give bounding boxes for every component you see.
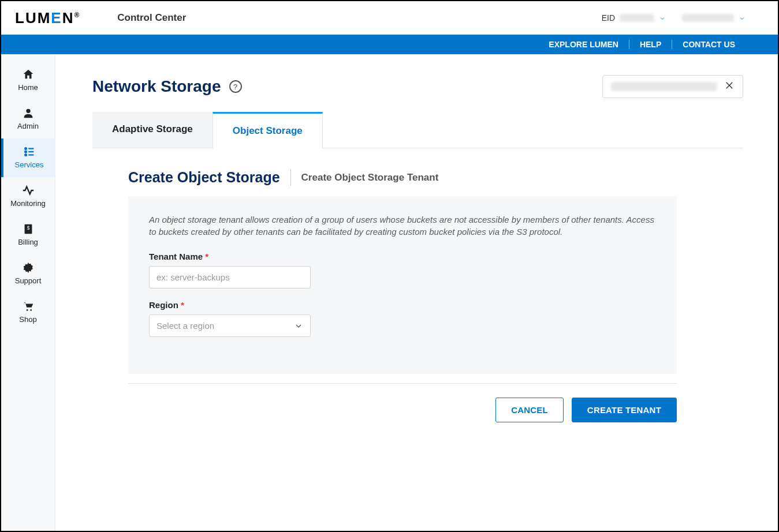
chevron-down-icon xyxy=(294,321,303,331)
required-mark: * xyxy=(205,252,208,261)
sidebar-label-services: Services xyxy=(15,160,44,169)
layout: Home Admin Services Monitoring $ Billing… xyxy=(1,54,778,531)
svg-text:$: $ xyxy=(27,226,29,231)
logo-text-pre: LUM xyxy=(15,9,51,27)
svg-point-3 xyxy=(25,151,27,153)
sidebar-label-admin: Admin xyxy=(17,122,39,130)
section-subtitle: Create Object Storage Tenant xyxy=(301,172,439,183)
sidebar-label-shop: Shop xyxy=(19,315,36,324)
sidebar-item-home[interactable]: Home xyxy=(1,61,55,100)
cart-icon xyxy=(22,300,35,313)
tenant-name-input[interactable] xyxy=(149,266,311,289)
region-placeholder: Select a region xyxy=(156,321,214,331)
activity-icon xyxy=(22,184,35,197)
user-icon xyxy=(22,107,35,119)
list-icon xyxy=(23,145,36,158)
tab-object-storage[interactable]: Object Storage xyxy=(213,112,323,148)
eid-dropdown[interactable]: EID xyxy=(602,13,666,23)
svg-point-5 xyxy=(25,154,27,156)
help-icon[interactable]: ? xyxy=(229,80,242,93)
tab-adaptive-storage[interactable]: Adaptive Storage xyxy=(92,112,213,148)
main-content: Network Storage ? Adaptive Storage Objec… xyxy=(55,54,778,531)
sidebar-item-support[interactable]: Support xyxy=(1,254,55,293)
logo-text-blue: E xyxy=(51,9,62,27)
top-bar-right: EID xyxy=(602,13,746,23)
gear-icon xyxy=(22,261,35,274)
svg-point-11 xyxy=(30,309,32,311)
page-title: Network Storage xyxy=(92,77,221,96)
sidebar-label-home: Home xyxy=(18,83,38,92)
sidebar-item-admin[interactable]: Admin xyxy=(1,100,55,138)
brand-logo: LUMEN® xyxy=(15,9,80,27)
sidebar-nav: Home Admin Services Monitoring $ Billing… xyxy=(1,54,55,531)
home-icon xyxy=(22,68,35,81)
tenant-name-label: Tenant Name * xyxy=(149,252,656,261)
explore-link[interactable]: EXPLORE LUMEN xyxy=(538,40,629,49)
field-region: Region * Select a region xyxy=(149,300,656,337)
section-heading: Create Object Storage Create Object Stor… xyxy=(128,169,743,186)
context-filter-chip[interactable] xyxy=(602,75,743,98)
utility-nav: EXPLORE LUMEN HELP CONTACT US xyxy=(1,35,778,54)
user-dropdown[interactable] xyxy=(682,14,746,22)
section-intro-text: An object storage tenant allows creation… xyxy=(149,213,656,238)
required-mark: * xyxy=(181,300,184,310)
username-redacted xyxy=(682,14,734,22)
tab-content: Create Object Storage Create Object Stor… xyxy=(92,148,743,422)
divider xyxy=(128,383,677,384)
page-header: Network Storage ? xyxy=(92,75,743,98)
eid-value-redacted xyxy=(620,14,654,22)
region-select[interactable]: Select a region xyxy=(149,314,311,337)
logo-registered: ® xyxy=(74,11,80,19)
create-tenant-button[interactable]: CREATE TENANT xyxy=(572,398,677,422)
field-tenant-name: Tenant Name * xyxy=(149,252,656,289)
svg-point-0 xyxy=(26,109,30,113)
chevron-down-icon xyxy=(659,14,666,21)
contact-link[interactable]: CONTACT US xyxy=(672,40,746,49)
region-label: Region * xyxy=(149,300,656,310)
logo-text-post: N xyxy=(62,9,74,27)
region-label-text: Region xyxy=(149,300,178,310)
cancel-button[interactable]: CANCEL xyxy=(495,398,564,422)
section-title: Create Object Storage xyxy=(128,169,291,186)
form-card: An object storage tenant allows creation… xyxy=(128,196,677,374)
sidebar-item-shop[interactable]: Shop xyxy=(1,293,55,332)
tenant-name-label-text: Tenant Name xyxy=(149,252,203,261)
app-title: Control Center xyxy=(117,12,186,24)
invoice-icon: $ xyxy=(22,223,35,235)
top-bar-left: LUMEN® Control Center xyxy=(15,9,186,27)
context-value-redacted xyxy=(611,82,717,91)
sidebar-item-services[interactable]: Services xyxy=(1,138,55,177)
eid-label: EID xyxy=(602,13,615,23)
sidebar-item-monitoring[interactable]: Monitoring xyxy=(1,177,55,216)
help-link[interactable]: HELP xyxy=(629,40,672,49)
top-bar: LUMEN® Control Center EID xyxy=(1,1,778,35)
page-title-group: Network Storage ? xyxy=(92,77,242,96)
svg-point-1 xyxy=(25,148,27,149)
sidebar-label-support: Support xyxy=(15,276,42,285)
sidebar-item-billing[interactable]: $ Billing xyxy=(1,216,55,254)
sidebar-label-monitoring: Monitoring xyxy=(10,199,46,208)
sidebar-label-billing: Billing xyxy=(18,238,38,246)
svg-point-10 xyxy=(26,309,28,311)
chevron-down-icon xyxy=(739,14,746,21)
tabs: Adaptive Storage Object Storage xyxy=(92,112,743,148)
close-icon[interactable] xyxy=(724,80,735,93)
form-actions: CANCEL CREATE TENANT xyxy=(128,398,677,422)
